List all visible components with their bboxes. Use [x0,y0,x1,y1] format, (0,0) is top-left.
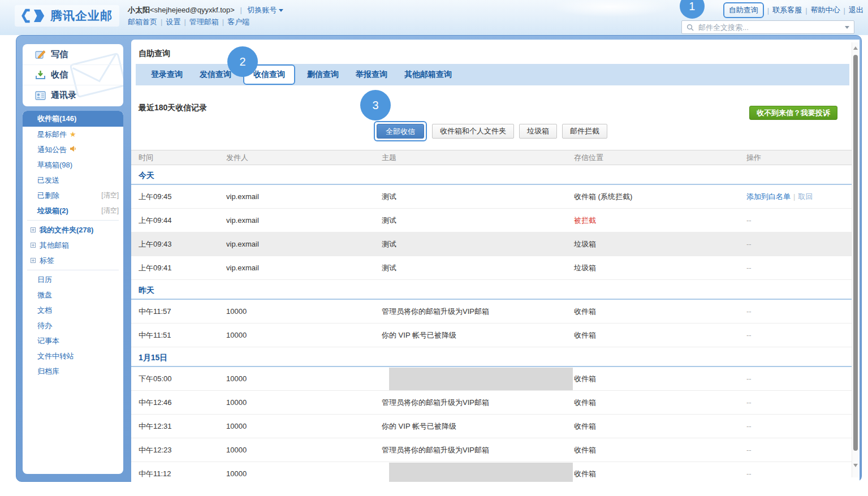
filter-button-junk[interactable]: 垃圾箱 [519,124,557,139]
cell-location: 收件箱 [574,421,746,432]
cell-location: 收件箱 [574,374,746,384]
star-icon: ★ [70,130,76,139]
query-tabs: 登录查询发信查询收信查询2删信查询举报查询其他邮箱查询 [136,64,849,85]
top-link-contact-support[interactable]: 联系客服 [772,5,802,15]
cell-location: 收件箱 [574,469,746,479]
cell-sender: 10000 [226,331,382,339]
tab-report-query[interactable]: 举报查询 [347,70,396,80]
folder-item-junk[interactable]: 垃圾箱(2)[清空] [23,203,123,218]
cell-time: 上午09:41 [139,263,226,273]
receive-mail-icon [35,70,46,80]
folder-item-drafts[interactable]: 草稿箱(98) [23,157,123,172]
cell-sender: 10000 [226,398,382,407]
cell-time: 中午11:12 [139,469,226,479]
cell-operation: -- [746,446,852,454]
sidebar-actions-box: 写信 收信 通讯录 [23,44,123,106]
cell-sender: 10000 [226,374,382,383]
app-item-notes[interactable]: 记事本 [23,333,123,348]
filter-button-inbox-personal[interactable]: 收件箱和个人文件夹 [432,124,514,139]
scroll-down-arrow-icon[interactable] [853,464,858,467]
retrieve-link[interactable]: 取回 [798,192,813,201]
top-link-logout[interactable]: 退出 [849,5,863,15]
folder-item-deleted[interactable]: 已删除[清空] [23,188,123,203]
cell-time: 中午11:51 [139,330,226,340]
exmail-logo-icon [21,8,45,24]
clear-folder-link-junk[interactable]: [清空] [101,206,119,215]
mail-search-box[interactable] [681,20,854,34]
table-row: 中午12:2310000管理员将你的邮箱升级为VIP邮箱收件箱-- [131,438,852,462]
col-operation: 操作 [746,153,852,163]
app-item-file-transfer[interactable]: 文件中转站 [23,348,123,364]
cell-subject: 管理员将你的邮箱升级为VIP邮箱 [382,307,574,317]
cell-sender: vip.exmail [226,264,382,272]
sidebar-action-contacts[interactable]: 通讯录 [23,85,123,105]
nav-link-settings[interactable]: 设置 [166,18,180,26]
cell-sender: 10000 [226,469,382,478]
tab-receive-query[interactable]: 收信查询2 [243,64,295,85]
compose-icon [35,49,46,59]
expand-plus-icon[interactable] [31,243,36,248]
search-scope-dropdown-icon[interactable] [845,26,849,29]
received-mail-table: 时间 发件人 主题 存信位置 操作 今天上午09:45vip.exmail测试收… [131,150,852,482]
col-location: 存信位置 [574,153,746,163]
col-time: 时间 [139,153,226,163]
tree-item-my-folders[interactable]: 我的文件夹(278) [23,222,123,238]
scrollbar-thumb[interactable] [853,55,858,451]
folder-item-notices[interactable]: 通知公告 [23,142,123,157]
chevron-down-icon [279,9,283,12]
folder-item-starred[interactable]: 星标邮件★ [23,127,123,142]
app-item-docs[interactable]: 文档 [23,303,123,318]
app-item-archive[interactable]: 归档库 [23,364,123,379]
speaker-icon [70,145,76,152]
app-item-weidrive[interactable]: 微盘 [23,287,123,303]
sidebar-action-receive[interactable]: 收信 [23,64,123,85]
tab-login-query[interactable]: 登录查询 [142,70,191,80]
nav-link-client[interactable]: 客户端 [227,18,249,26]
nav-link-mailbox-home[interactable]: 邮箱首页 [128,18,157,26]
folder-item-inbox[interactable]: 收件箱(146) [23,111,123,127]
cell-operation: -- [746,307,852,316]
filter-button-all-mail[interactable]: 全部收信 [377,124,424,139]
complaint-button[interactable]: 收不到来信？我要投诉 [749,106,837,120]
tab-delete-query[interactable]: 删信查询 [299,70,347,80]
expand-plus-icon[interactable] [31,258,36,263]
cell-subject: 测试 [382,263,574,273]
nav-link-manage-mailbox[interactable]: 管理邮箱 [189,18,219,26]
tab-other-mailbox-query[interactable]: 其他邮箱查询 [396,70,460,80]
filter-button-intercepted[interactable]: 邮件拦截 [562,124,607,139]
annotation-box-step1: 1自助查询 [723,2,764,18]
add-to-whitelist-link[interactable]: 添加到白名单 [746,192,791,201]
cell-location: 收件箱 [574,398,746,408]
annotation-box-step3: 3全部收信 [374,121,427,141]
app-item-calendar[interactable]: 日历 [23,272,123,287]
app-item-todo[interactable]: 待办 [23,318,123,333]
cell-subject: 测试 [382,215,574,226]
clear-folder-link-deleted[interactable]: [清空] [101,191,119,200]
section-title: 最近180天收信记录 [139,103,207,113]
content-scrollbar[interactable] [852,42,858,477]
top-link-self-service-query[interactable]: 自助查询 [729,6,758,14]
tree-item-other-mailbox[interactable]: 其他邮箱 [23,238,123,253]
top-right-links: 1自助查询|联系客服|帮助中心|退出 [723,5,863,15]
search-input[interactable] [697,23,841,32]
table-row: 中午12:4610000管理员将你的邮箱升级为VIP邮箱收件箱-- [131,391,852,415]
app-logo-text: 腾讯企业邮 [50,8,113,24]
table-row: 上午09:43vip.exmail测试垃圾箱-- [131,232,852,256]
main-content: 自助查询 登录查询发信查询收信查询2删信查询举报查询其他邮箱查询 最近180天收… [131,40,860,482]
tree-item-tags[interactable]: 标签 [23,253,123,268]
sidebar-folder-box: 收件箱(146)星标邮件★通知公告草稿箱(98)已发送已删除[清空]垃圾箱(2)… [23,111,123,474]
contacts-icon [35,91,46,100]
cell-time: 上午09:44 [139,215,226,226]
scroll-up-arrow-icon[interactable] [853,46,858,50]
sidebar-action-compose[interactable]: 写信 [23,44,123,64]
cell-time: 中午12:23 [139,445,226,455]
top-link-help-center[interactable]: 帮助中心 [811,5,840,15]
cell-operation: -- [746,422,852,430]
cell-sender: 10000 [226,307,382,316]
switch-account-link[interactable]: 切换账号 [247,6,277,14]
cell-subject: 管理员将你的邮箱升级为VIP邮箱 [382,398,574,408]
table-group-header: 今天 [131,165,852,185]
expand-plus-icon[interactable] [31,227,36,232]
folder-item-sent[interactable]: 已发送 [23,172,123,188]
cell-operation: -- [746,398,852,407]
